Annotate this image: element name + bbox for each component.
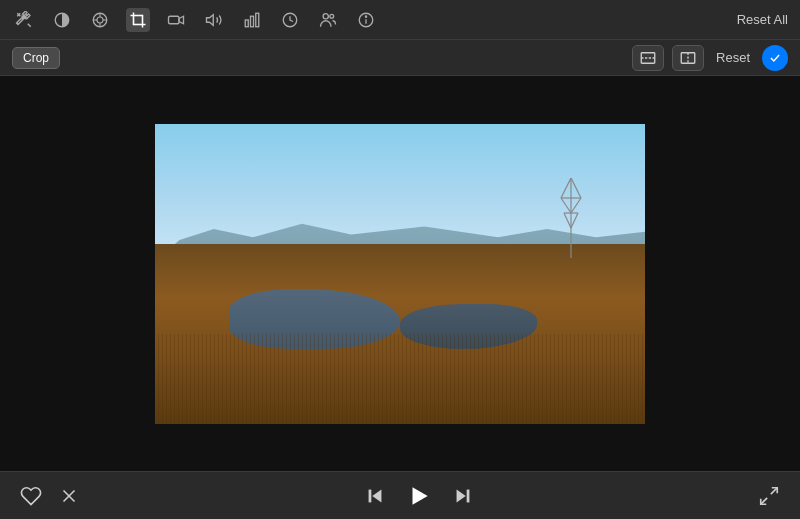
- chart-icon[interactable]: [240, 8, 264, 32]
- svg-line-31: [571, 198, 581, 213]
- confirm-button[interactable]: [762, 45, 788, 71]
- crop-flip-button[interactable]: [672, 45, 704, 71]
- playback-right: [758, 485, 780, 507]
- svg-marker-38: [413, 487, 428, 504]
- svg-rect-40: [467, 489, 470, 502]
- crop-toolbar: Crop Reset: [0, 40, 800, 76]
- svg-rect-10: [134, 15, 143, 24]
- svg-point-16: [323, 13, 328, 18]
- power-tower: [556, 178, 586, 258]
- reset-button[interactable]: Reset: [712, 50, 754, 65]
- reset-all-button[interactable]: Reset All: [737, 12, 788, 27]
- fullscreen-button[interactable]: [758, 485, 780, 507]
- svg-rect-13: [251, 16, 254, 27]
- svg-line-28: [561, 178, 571, 198]
- circle-half-icon[interactable]: [50, 8, 74, 32]
- svg-point-5: [97, 17, 103, 23]
- svg-line-29: [571, 178, 581, 198]
- svg-marker-39: [457, 489, 466, 502]
- svg-rect-37: [369, 489, 372, 502]
- like-button[interactable]: [20, 485, 42, 507]
- play-button[interactable]: [406, 483, 432, 509]
- svg-line-33: [571, 213, 578, 228]
- svg-point-17: [330, 14, 334, 18]
- crop-label: Crop: [12, 47, 60, 69]
- svg-rect-14: [256, 13, 259, 27]
- toolbar-icons: [12, 8, 378, 32]
- next-button[interactable]: [452, 485, 474, 507]
- svg-point-20: [365, 16, 366, 17]
- reject-button[interactable]: [58, 485, 80, 507]
- previous-button[interactable]: [364, 485, 386, 507]
- crop-tool-icon[interactable]: [126, 8, 150, 32]
- playback-toolbar: [0, 471, 800, 519]
- speed-icon[interactable]: [278, 8, 302, 32]
- svg-line-30: [561, 198, 571, 213]
- video-area: [0, 76, 800, 471]
- audio-icon[interactable]: [202, 8, 226, 32]
- svg-rect-12: [245, 20, 248, 27]
- svg-rect-11: [169, 16, 180, 24]
- color-wheel-icon[interactable]: [88, 8, 112, 32]
- playback-center: [364, 483, 474, 509]
- svg-marker-36: [372, 489, 381, 502]
- video-camera-icon[interactable]: [164, 8, 188, 32]
- info-icon[interactable]: [354, 8, 378, 32]
- playback-left: [20, 485, 80, 507]
- crop-fit-button[interactable]: [632, 45, 664, 71]
- crop-right-controls: Reset: [632, 45, 788, 71]
- video-frame: [155, 124, 645, 424]
- people-icon[interactable]: [316, 8, 340, 32]
- svg-line-2: [28, 23, 31, 26]
- landscape-scene: [155, 124, 645, 424]
- reed-overlay: [155, 334, 645, 424]
- magic-wand-icon[interactable]: [12, 8, 36, 32]
- svg-line-32: [564, 213, 571, 228]
- top-toolbar: Reset All: [0, 0, 800, 40]
